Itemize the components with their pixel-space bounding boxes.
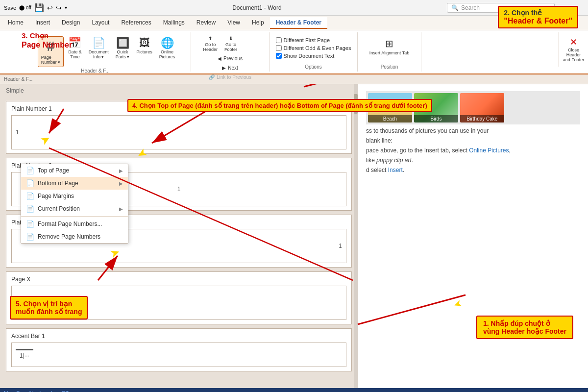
right-text-3a: pace above, go to the Insert tab, select [366, 147, 469, 154]
previous-button[interactable]: ◀ Previous [201, 54, 260, 63]
dropdown-separator [21, 216, 128, 217]
quick-parts-label: QuickParts ▾ [116, 49, 130, 59]
thumbnail-cake[interactable]: Birthday Cake [460, 93, 504, 122]
different-first-page-input[interactable] [276, 37, 282, 43]
tab-help[interactable]: Help [246, 17, 270, 29]
different-odd-even-label: Different Odd & Even Pages [284, 45, 351, 51]
pictures-button[interactable]: 🖼 Pictures [134, 36, 155, 56]
page-number-icon: # [47, 39, 55, 54]
online-pictures-label: OnlinePictures [159, 49, 175, 59]
alignment-tab-icon: ⊞ [385, 38, 393, 49]
next-label: Next [228, 65, 238, 71]
close-header-footer-button[interactable]: ✕ Close Headerand Footer [559, 32, 588, 67]
link-prev-label: Link to Previous [217, 74, 251, 80]
toggle-icon[interactable]: ⬤ off [19, 5, 31, 10]
dropdown-format-page-numbers[interactable]: 📄 Format Page Numbers... [21, 218, 128, 230]
page-x-style[interactable]: Page X Page X [6, 271, 352, 324]
different-first-page-checkbox[interactable]: Different First Page [276, 37, 351, 43]
tab-view[interactable]: View [221, 17, 246, 29]
ribbon-group-items: # PageNumber ▾ 📅 Date &Time 📄 DocumentIn… [13, 34, 178, 67]
quick-parts-button[interactable]: 🔲 QuickParts ▾ [113, 36, 132, 61]
save-label[interactable]: Save [4, 5, 16, 11]
ribbon-group-options: Different First Page Different Odd & Eve… [270, 32, 358, 72]
current-position-icon: 📄 [26, 205, 34, 213]
options-group-label: Options [273, 63, 353, 70]
dropdown-current-position[interactable]: 📄 Current Position ▶ [21, 202, 128, 215]
right-text-3: pace above, go to the Insert tab, select… [366, 147, 580, 154]
tab-home[interactable]: Home [2, 17, 29, 29]
thumbnail-beach[interactable]: Beach [368, 93, 412, 122]
tab-references[interactable]: References [115, 17, 157, 29]
scroll-indicator[interactable] [354, 84, 358, 388]
go-footer-label: Go toFooter [224, 42, 237, 52]
go-to-footer-button[interactable]: ⬇ Go toFooter [222, 34, 240, 53]
right-text-4i: puppy clip art [376, 157, 411, 164]
right-text-3link[interactable]: Online Pictures [469, 147, 509, 154]
next-button[interactable]: ▶ Next [201, 64, 260, 72]
scroll-thumb [354, 94, 358, 114]
tab-layout[interactable]: Layout [86, 17, 115, 29]
search-icon: 🔍 [451, 4, 459, 11]
insert-alignment-tab-button[interactable]: ⊞ Insert Alignment Tab [367, 36, 412, 57]
top-of-page-icon: 📄 [26, 167, 34, 174]
thumbnail-row: Beach Birds Birthday Cake [366, 91, 580, 124]
right-text-5a: d select [366, 167, 388, 173]
right-panel: Beach Birds Birthday Cake ss to thousand… [358, 84, 588, 388]
doc-info-icon: 📄 [92, 38, 105, 49]
plain-number-1-preview: 1 [11, 115, 346, 149]
accent-bar-text: 1|··· [20, 352, 29, 359]
tab-design[interactable]: Design [56, 17, 86, 29]
next-icon: ▶ [222, 65, 226, 71]
show-document-text-checkbox[interactable]: Show Document Text [276, 53, 351, 59]
date-time-label: Date &Time [68, 49, 82, 59]
dropdown-page-margins[interactable]: 📄 Page Margins [21, 190, 128, 202]
search-box[interactable]: 🔍 Search [447, 3, 555, 13]
close-label: Close Headerand Footer [561, 48, 586, 62]
right-text-4-prefix: like [366, 157, 376, 164]
more-page-numbers-link[interactable]: More Page Numbers from Office.com [4, 391, 85, 392]
plain-number-1-style[interactable]: Plain Number 1 1 [6, 101, 352, 154]
right-text-3b: , [509, 147, 511, 154]
right-text-1: ss to thousands of pictures you can use … [366, 127, 580, 134]
tab-insert[interactable]: Insert [29, 17, 56, 29]
online-pictures-button[interactable]: 🌐 OnlinePictures [157, 36, 178, 61]
different-odd-even-input[interactable] [276, 45, 282, 51]
date-time-button[interactable]: 📅 Date &Time [66, 36, 84, 61]
alignment-tab-label: Insert Alignment Tab [369, 50, 409, 55]
go-header-label: Go toHeader [203, 42, 218, 52]
tab-header-footer[interactable]: Header & Footer [270, 17, 327, 29]
link-to-previous-button[interactable]: 🔗 Link to Previous [201, 73, 260, 81]
different-odd-even-checkbox[interactable]: Different Odd & Even Pages [276, 45, 351, 51]
save-icon[interactable]: 💾 [34, 3, 44, 12]
page-number-button[interactable]: # PageNumber ▾ [38, 36, 64, 67]
breadcrumb: Header & F... [4, 76, 32, 82]
dropdown-bottom-of-page[interactable]: 📄 Bottom of Page ▶ [21, 177, 128, 190]
show-doc-text-input[interactable] [276, 53, 282, 59]
thumbnail-beach-label: Beach [368, 115, 412, 122]
undo-icon[interactable]: ↩ [47, 4, 53, 12]
dropdown-top-of-page[interactable]: 📄 Top of Page ▶ [21, 164, 128, 177]
accent-bar-1-style[interactable]: Accent Bar 1 1|··· [6, 328, 352, 371]
tab-mailings[interactable]: Mailings [157, 17, 191, 29]
accent-bar-preview-inner: 1|··· [16, 349, 33, 361]
dropdown-remove-page-numbers[interactable]: 📄 Remove Page Numbers [21, 230, 128, 243]
go-to-header-button[interactable]: ⬆ Go toHeader [201, 34, 220, 53]
right-text-5b: . [403, 167, 404, 173]
title-bar-left: Save ⬤ off 💾 ↩ ↪ ▾ [4, 3, 67, 12]
right-text-5link[interactable]: Insert [388, 167, 403, 173]
thumbnail-birds[interactable]: Birds [414, 93, 458, 122]
previous-icon: ◀ [218, 56, 221, 61]
redo-icon[interactable]: ↪ [56, 4, 62, 12]
current-position-label: Current Position [38, 205, 80, 212]
title-bar: Save ⬤ off 💾 ↩ ↪ ▾ Document1 - Word 🔍 Se… [0, 0, 588, 16]
thumbnail-birds-label: Birds [414, 115, 458, 122]
main-area: 📄 Top of Page ▶ 📄 Bottom of Page ▶ 📄 Pag… [0, 84, 588, 388]
right-text-4: like puppy clip art. [366, 157, 580, 164]
format-page-numbers-label: Format Page Numbers... [38, 220, 102, 227]
tab-review[interactable]: Review [191, 17, 221, 29]
bottom-of-page-label: Bottom of Page [38, 180, 78, 187]
top-of-page-label: Top of Page [38, 167, 69, 174]
ribbon-group-position: ⊞ Insert Alignment Tab Position [358, 32, 421, 72]
right-text-2: blank line: [366, 137, 580, 144]
document-info-button[interactable]: 📄 DocumentInfo ▾ [86, 36, 111, 61]
